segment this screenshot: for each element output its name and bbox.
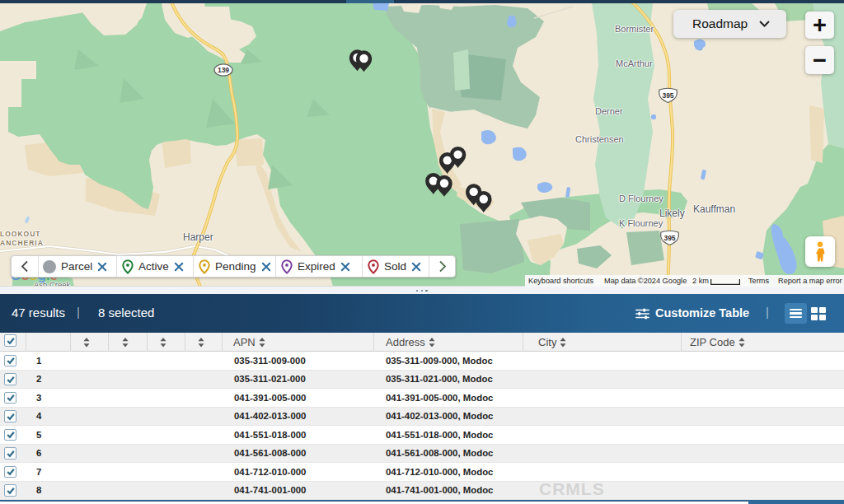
svg-text:139: 139 bbox=[218, 66, 229, 74]
svg-text:395: 395 bbox=[663, 234, 675, 242]
svg-text:395: 395 bbox=[662, 91, 673, 100]
